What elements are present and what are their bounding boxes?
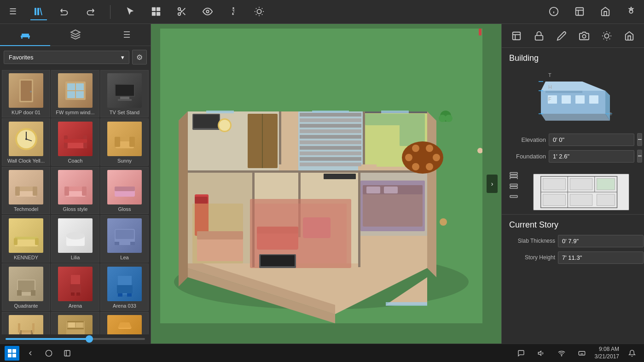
svg-rect-92 [117,285,133,293]
floors-icon[interactable] [509,172,518,181]
svg-point-248 [561,355,562,356]
size-slider[interactable] [6,338,145,340]
label-H: H [548,84,552,90]
back-button[interactable] [23,346,38,361]
menu-icon[interactable]: ☰ [5,4,21,20]
furniture-item-sunny[interactable]: Sunny [100,118,149,166]
undo-icon[interactable] [56,4,73,20]
furniture-item-chair[interactable] [2,312,50,334]
keyboard-icon[interactable] [574,346,589,361]
furniture-item-gloss-style[interactable]: Gloss style [51,167,99,214]
furniture-item-lamp[interactable] [100,312,149,334]
furniture-item-kennedy[interactable]: KENNEDY [2,215,50,263]
tab-furniture[interactable] [0,24,50,46]
view-controls-row [502,172,644,212]
select-icon[interactable] [122,4,139,20]
right-icon-2[interactable] [531,28,547,44]
furniture-thumb-lilia [58,218,93,253]
furniture-item-tv-stand[interactable]: TV Set Stand [100,70,149,117]
svg-rect-210 [575,95,585,104]
svg-rect-231 [543,179,566,190]
arrange-icon[interactable] [148,4,164,20]
furniture-item-fw-window[interactable]: FW symm wind... [51,70,99,117]
furniture-label-techmodel: Techmodel [4,206,48,212]
home-tool-icon[interactable] [597,4,614,20]
svg-marker-247 [538,351,541,355]
right-icon-pencil[interactable] [553,28,570,44]
library-icon[interactable] [30,4,47,20]
top-toolbar: ☰ [0,0,644,24]
svg-rect-186 [300,163,361,166]
slab-thickness-input[interactable] [558,235,644,247]
furniture-label-kup-door: KUP door 01 [4,110,48,115]
story-height-input[interactable] [558,251,644,264]
right-icon-camera[interactable] [576,28,592,44]
canvas-area[interactable]: › [151,24,501,344]
start-button[interactable] [5,346,19,361]
svg-point-145 [219,120,230,131]
view-icon[interactable] [199,4,216,20]
floorplan-thumb-svg [534,174,629,210]
furniture-label-arena033: Arena 033 [103,303,146,309]
furniture-item-kup-door[interactable]: KUP door 01 [2,70,50,117]
current-story-section: Current Story Slab Thickness − + Story H… [502,214,644,273]
furniture-item-gloss[interactable]: Gloss [100,167,149,214]
volume-icon[interactable] [534,346,549,361]
svg-rect-245 [64,350,70,356]
settings-tool-icon[interactable] [623,4,639,20]
info-icon[interactable] [545,4,562,20]
foundation-input[interactable] [549,150,634,163]
slider-thumb[interactable] [86,335,93,343]
furniture-item-coach[interactable]: Coach [51,118,99,166]
svg-rect-157 [360,181,425,231]
furniture-item-lilia[interactable]: Lilia [51,215,99,263]
tab-materials[interactable] [50,24,100,46]
dropdown-label: Favorites [9,54,33,61]
dropdown-chevron: ▾ [121,54,124,61]
furniture-item-techmodel[interactable]: Techmodel [2,167,50,214]
right-icon-1[interactable] [508,28,525,44]
elevation-row: Elevation − + [509,133,637,146]
furniture-item-shelf[interactable] [51,312,99,334]
floor2-icon[interactable] [509,183,518,192]
home-taskbar-button[interactable] [41,346,56,361]
window-button[interactable] [60,346,75,361]
furniture-item-quadrante[interactable]: Quadrante [2,263,50,311]
right-icon-home[interactable] [621,28,638,44]
svg-rect-163 [479,29,482,35]
svg-rect-169 [261,255,295,266]
chat-icon[interactable] [514,346,528,361]
furniture-item-wall-clock[interactable]: Wall Clock Yell... [2,118,50,166]
notifications-icon[interactable] [625,346,639,361]
furniture-thumb-fw-window [58,73,93,108]
expand-panel-button[interactable]: › [487,175,498,193]
walk-icon[interactable] [225,4,242,20]
svg-rect-241 [12,349,16,353]
svg-rect-94 [127,293,132,297]
foundation-decrease[interactable]: − [637,150,642,163]
scissors-icon[interactable] [174,4,190,20]
export-icon[interactable] [571,4,588,20]
right-icon-sun[interactable] [598,28,615,44]
redo-icon[interactable] [82,4,99,20]
sun-tool-icon[interactable] [251,4,267,20]
floor3-icon[interactable] [509,195,518,204]
network-icon[interactable] [554,346,569,361]
tab-list[interactable] [100,24,151,46]
svg-rect-25 [576,7,584,15]
favorites-dropdown[interactable]: Favorites ▾ [4,51,129,64]
time-display[interactable]: 9:08 AM 3/21/2017 [595,346,619,360]
elevation-input[interactable] [549,134,634,146]
furniture-item-arena[interactable]: Arena [51,263,99,311]
svg-rect-80 [116,230,134,239]
furniture-item-lea[interactable]: Lea [100,215,149,263]
floorplan-thumbnail[interactable] [533,174,629,210]
svg-rect-177 [300,113,361,117]
furniture-item-arena033[interactable]: Arena 033 [100,263,149,311]
left-panel-tabs [0,24,151,46]
settings-button[interactable]: ⚙ [132,50,147,64]
svg-rect-161 [324,174,356,179]
elevation-decrease[interactable]: − [637,133,642,146]
svg-rect-66 [33,187,37,196]
svg-rect-179 [300,124,361,128]
